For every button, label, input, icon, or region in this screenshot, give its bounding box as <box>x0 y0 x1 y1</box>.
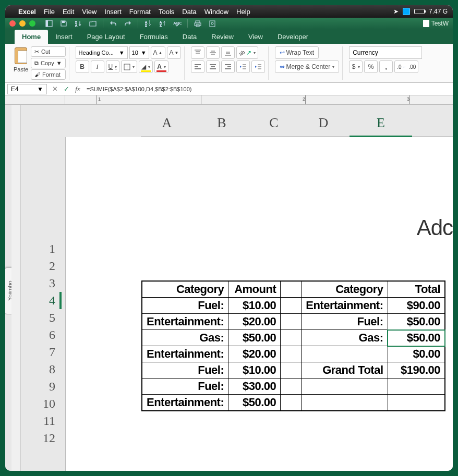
tab-developer[interactable]: Developer <box>270 30 316 44</box>
cell[interactable]: Gas: <box>302 330 388 346</box>
qat-preview-button[interactable] <box>206 19 219 28</box>
italic-button[interactable]: I <box>91 60 104 73</box>
row-header[interactable]: 8 <box>31 361 63 378</box>
row-header[interactable]: 3 <box>31 275 63 292</box>
cell[interactable]: Fuel: <box>302 314 388 330</box>
cell[interactable]: $20.00 <box>228 346 281 362</box>
qat-redo-button[interactable] <box>122 19 134 28</box>
qat-sortza-button[interactable]: AZ <box>156 19 169 28</box>
menu-file[interactable]: File <box>44 8 55 16</box>
menu-window[interactable]: Window <box>204 8 228 16</box>
header-total[interactable]: Total <box>388 281 445 298</box>
cell[interactable] <box>281 346 302 362</box>
qat-save-button[interactable] <box>57 19 70 28</box>
menu-format[interactable]: Format <box>129 8 151 16</box>
cell[interactable] <box>388 379 445 395</box>
tab-formulas[interactable]: Formulas <box>132 30 175 44</box>
cell[interactable]: $0.00 <box>388 346 445 362</box>
cell[interactable]: Fuel: <box>142 298 228 314</box>
cell[interactable] <box>281 314 302 330</box>
col-header-a[interactable]: A <box>141 111 193 137</box>
number-format-select[interactable]: Currency <box>349 46 422 59</box>
paste-label[interactable]: Paste <box>14 66 28 72</box>
font-color-button[interactable]: A▾ <box>154 60 168 73</box>
qat-home-button[interactable] <box>43 19 55 28</box>
decrease-font-button[interactable]: A▼ <box>167 46 182 59</box>
font-size-select[interactable]: 10▼ <box>129 46 149 59</box>
cell[interactable]: Entertainment: <box>142 314 228 330</box>
menu-help[interactable]: Help <box>236 8 250 16</box>
tab-page-layout[interactable]: Page Layout <box>80 30 132 44</box>
increase-indent-button[interactable] <box>251 60 265 73</box>
cell[interactable] <box>281 395 302 411</box>
format-painter-button[interactable]: 🖌Format <box>31 69 66 80</box>
cell[interactable]: Gas: <box>142 330 228 346</box>
borders-button[interactable]: ▾ <box>121 60 137 73</box>
font-name-select[interactable]: Heading Co...▼ <box>76 46 128 59</box>
align-middle-button[interactable] <box>206 46 220 59</box>
col-header-e[interactable]: E <box>349 111 412 137</box>
spreadsheet-table[interactable]: Category Amount Category Total Fuel:$10.… <box>141 280 445 411</box>
increase-font-button[interactable]: A▲ <box>151 46 165 59</box>
header-category2[interactable]: Category <box>302 281 388 298</box>
tab-review[interactable]: Review <box>204 30 241 44</box>
row-header[interactable]: 11 <box>31 412 63 430</box>
row-header[interactable]: 6 <box>31 326 63 344</box>
location-icon[interactable]: ➤ <box>393 8 399 15</box>
row-header[interactable]: 2 <box>31 258 63 275</box>
cell[interactable] <box>281 281 302 298</box>
tab-data[interactable]: Data <box>175 30 204 44</box>
qat-open-button[interactable] <box>87 19 99 28</box>
increase-decimal-button[interactable]: .0←.00 <box>394 60 418 73</box>
qat-spellcheck-button[interactable]: ABC <box>171 19 184 28</box>
cell[interactable]: $90.00 <box>388 298 445 314</box>
row-header[interactable]: 5 <box>31 309 63 326</box>
qat-undo-button[interactable] <box>107 19 119 28</box>
tab-insert[interactable]: Insert <box>48 30 80 44</box>
formula-input[interactable]: =SUMIF($A$2:$A$100,D4,$B$2:$B$100) <box>83 86 453 92</box>
comma-format-button[interactable]: , <box>379 60 393 73</box>
align-center-button[interactable] <box>206 60 220 73</box>
cell[interactable] <box>281 379 302 395</box>
row-header[interactable]: 1 <box>31 240 63 258</box>
minimize-window-button[interactable] <box>19 20 26 27</box>
fx-button[interactable]: fx <box>72 85 83 93</box>
col-header-b[interactable]: B <box>193 111 250 137</box>
cell[interactable]: Entertainment: <box>142 395 228 411</box>
cell[interactable] <box>281 298 302 314</box>
header-category[interactable]: Category <box>142 281 228 298</box>
cell[interactable] <box>281 330 302 346</box>
align-right-button[interactable] <box>221 60 235 73</box>
cell[interactable]: $50.00 <box>228 395 281 411</box>
paste-icon[interactable] <box>13 46 29 65</box>
cell[interactable] <box>302 346 388 362</box>
cell[interactable]: Fuel: <box>142 379 228 395</box>
row-header[interactable]: 10 <box>31 395 63 412</box>
tab-view[interactable]: View <box>241 30 270 44</box>
menu-data[interactable]: Data <box>182 8 196 16</box>
cell[interactable] <box>281 362 302 379</box>
cell[interactable]: $30.00 <box>228 379 281 395</box>
close-window-button[interactable] <box>9 20 16 27</box>
wrap-text-button[interactable]: ↩Wrap Text <box>275 46 319 59</box>
cell[interactable]: Fuel: <box>142 362 228 379</box>
row-header[interactable]: 7 <box>31 344 63 361</box>
zoom-window-button[interactable] <box>29 20 35 27</box>
orientation-button[interactable]: ab↗▾ <box>236 46 258 59</box>
merge-center-button[interactable]: ⇔Merge & Center▾ <box>275 60 339 73</box>
cell[interactable]: Entertainment: <box>302 298 388 314</box>
cell[interactable]: $50.00 <box>388 314 445 330</box>
cancel-formula-button[interactable]: ✕ <box>49 85 61 93</box>
decrease-indent-button[interactable] <box>236 60 250 73</box>
cell[interactable]: $10.00 <box>228 362 281 379</box>
align-top-button[interactable] <box>191 46 204 59</box>
qat-sortaz-button[interactable]: AZ <box>142 19 154 28</box>
menu-insert[interactable]: Insert <box>104 8 122 16</box>
cut-button[interactable]: ✂Cut <box>31 46 66 57</box>
cell[interactable]: $50.00 <box>388 330 445 346</box>
cell[interactable]: $20.00 <box>228 314 281 330</box>
bold-button[interactable]: B <box>76 60 89 73</box>
sync-icon[interactable] <box>403 8 410 15</box>
cell[interactable] <box>388 395 445 411</box>
enter-formula-button[interactable]: ✓ <box>61 85 72 93</box>
